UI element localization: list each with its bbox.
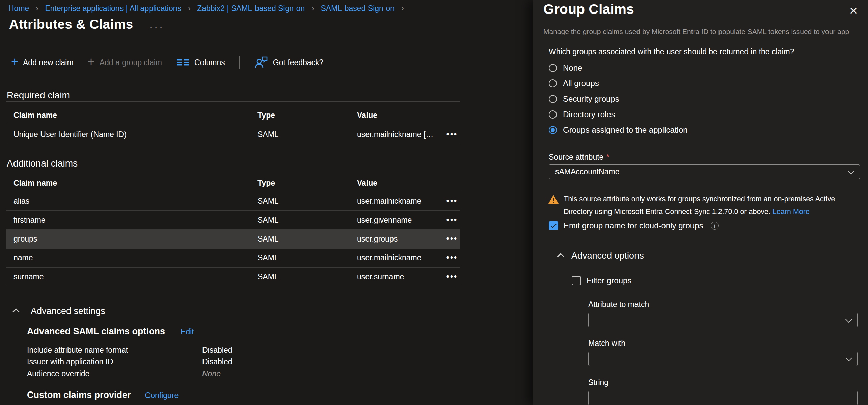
group-type-radio-group: None All groups Security groups Director… — [549, 60, 688, 138]
column-claim-name: Claim name — [6, 179, 257, 188]
table-row-unique-user-identifier[interactable]: Unique User Identifier (Name ID) SAML us… — [6, 124, 460, 145]
filter-groups-checkbox-row[interactable]: Filter groups — [572, 276, 631, 285]
radio-option-all-groups[interactable]: All groups — [549, 76, 688, 91]
emit-group-name-checkbox-row[interactable]: Emit group name for cloud-only groups i — [549, 221, 719, 230]
type-cell: SAML — [257, 253, 357, 262]
claim-name-cell: firstname — [6, 216, 257, 225]
table-row-alias[interactable]: alias SAML user.mailnickname ••• — [6, 192, 460, 211]
row-menu-button[interactable]: ••• — [435, 234, 460, 244]
advanced-settings-toggle[interactable]: Advanced settings — [14, 306, 105, 317]
kv-value: None — [202, 368, 221, 380]
claim-name-cell: name — [6, 253, 257, 262]
kv-row: Audience override None — [27, 368, 233, 380]
kv-label: Audience override — [27, 368, 202, 380]
claim-name-cell: surname — [6, 272, 257, 281]
panel-title: Group Claims — [543, 1, 634, 17]
got-feedback-button[interactable]: Got feedback? — [254, 56, 324, 69]
breadcrumb-saml-based-sign-on[interactable]: SAML-based Sign-on — [321, 4, 395, 13]
learn-more-link[interactable]: Learn More — [772, 208, 810, 216]
radio-label: Directory roles — [563, 110, 615, 119]
kv-value: Disabled — [202, 356, 233, 368]
page-title: Attributes & Claims — [9, 17, 133, 32]
type-cell: SAML — [257, 216, 357, 225]
group-claims-panel: Group Claims ✕ Manage the group claims u… — [533, 0, 868, 405]
match-with-dropdown[interactable] — [588, 352, 858, 366]
breadcrumb: Home › Enterprise applications | All app… — [8, 3, 408, 13]
custom-claims-provider-row: Custom claims provider Configure — [27, 390, 179, 400]
advanced-saml-claims-options-row: Advanced SAML claims options Edit — [27, 326, 194, 337]
type-cell: SAML — [257, 197, 357, 206]
screen: Home › Enterprise applications | All app… — [0, 0, 868, 405]
radio-label: None — [563, 63, 582, 73]
radio-option-groups-assigned[interactable]: Groups assigned to the application — [549, 122, 688, 138]
radio-label: Security groups — [563, 94, 619, 104]
breadcrumb-separator-icon: › — [188, 3, 190, 13]
advanced-saml-claims-options-title: Advanced SAML claims options — [27, 326, 165, 337]
custom-claims-provider-title: Custom claims provider — [27, 390, 131, 400]
string-label: String — [588, 378, 608, 387]
breadcrumb-enterprise-applications[interactable]: Enterprise applications | All applicatio… — [45, 4, 181, 13]
value-cell: user.mailnickname — [357, 253, 435, 262]
breadcrumb-home[interactable]: Home — [8, 4, 29, 13]
breadcrumb-zabbix2[interactable]: Zabbix2 | SAML-based Sign-on — [197, 4, 305, 13]
warning-icon — [548, 195, 559, 218]
radio-label: All groups — [563, 79, 599, 88]
got-feedback-label: Got feedback? — [273, 58, 324, 67]
required-claim-heading: Required claim — [7, 90, 70, 101]
group-claims-question: Which groups associated with the user sh… — [549, 47, 794, 56]
chevron-up-icon — [12, 308, 20, 315]
add-new-claim-button[interactable]: + Add new claim — [11, 58, 74, 67]
string-input[interactable] — [588, 391, 858, 405]
columns-button[interactable]: Columns — [176, 58, 225, 67]
columns-icon — [176, 58, 190, 67]
row-menu-button[interactable]: ••• — [435, 272, 460, 281]
row-menu-button[interactable]: ••• — [435, 253, 460, 262]
kv-label: Include attribute name format — [27, 344, 202, 356]
breadcrumb-separator-icon: › — [311, 3, 314, 13]
advanced-options-label: Advanced options — [571, 251, 644, 261]
type-cell: SAML — [257, 130, 357, 139]
edit-link[interactable]: Edit — [181, 327, 194, 336]
claim-name-cell: Unique User Identifier (Name ID) — [6, 130, 257, 139]
value-cell: user.surname — [357, 272, 435, 281]
radio-option-directory-roles[interactable]: Directory roles — [549, 107, 688, 122]
value-cell: user.groups — [357, 234, 435, 244]
plus-icon: + — [88, 57, 95, 67]
type-cell: SAML — [257, 234, 357, 244]
chevron-down-icon — [845, 316, 852, 323]
kv-row: Issuer with application ID Disabled — [27, 356, 233, 368]
chevron-down-icon — [848, 168, 855, 174]
toolbar-divider — [239, 56, 240, 69]
radio-option-none[interactable]: None — [549, 60, 688, 76]
radio-selected-icon — [549, 126, 557, 134]
more-options-button[interactable]: ··· — [150, 25, 165, 29]
radio-option-security-groups[interactable]: Security groups — [549, 91, 688, 107]
attribute-to-match-dropdown[interactable] — [588, 313, 858, 327]
column-type: Type — [257, 179, 357, 188]
kv-label: Issuer with application ID — [27, 356, 202, 368]
add-group-claim-button[interactable]: + Add a group claim — [88, 58, 162, 67]
configure-link[interactable]: Configure — [145, 391, 179, 400]
title-row: Attributes & Claims ··· — [9, 17, 165, 32]
additional-claims-table: Claim name Type Value alias SAML user.ma… — [6, 175, 460, 286]
checkbox-unchecked-icon — [572, 276, 581, 285]
table-row-groups[interactable]: groups SAML user.groups ••• — [6, 230, 460, 249]
table-row-surname[interactable]: surname SAML user.surname ••• — [6, 268, 460, 286]
source-attribute-dropdown[interactable]: sAMAccountName — [549, 164, 860, 179]
info-icon[interactable]: i — [711, 222, 719, 230]
row-menu-button[interactable]: ••• — [435, 197, 460, 206]
source-attribute-label: Source attribute* — [549, 153, 609, 162]
saml-options-list: Include attribute name format Disabled I… — [27, 344, 233, 380]
toolbar-divider-line — [6, 101, 460, 102]
main-content: Home › Enterprise applications | All app… — [0, 0, 533, 405]
table-row-firstname[interactable]: firstname SAML user.givenname ••• — [6, 211, 460, 230]
row-menu-button[interactable]: ••• — [435, 130, 460, 139]
value-cell: user.givenname — [357, 216, 435, 225]
table-row-name[interactable]: name SAML user.mailnickname ••• — [6, 249, 460, 268]
column-value: Value — [357, 179, 435, 188]
advanced-options-toggle[interactable]: Advanced options — [559, 251, 644, 261]
emit-group-name-label: Emit group name for cloud-only groups — [564, 221, 703, 230]
close-icon[interactable]: ✕ — [849, 5, 858, 17]
toolbar: + Add new claim + Add a group claim — [11, 53, 323, 72]
row-menu-button[interactable]: ••• — [435, 216, 460, 225]
